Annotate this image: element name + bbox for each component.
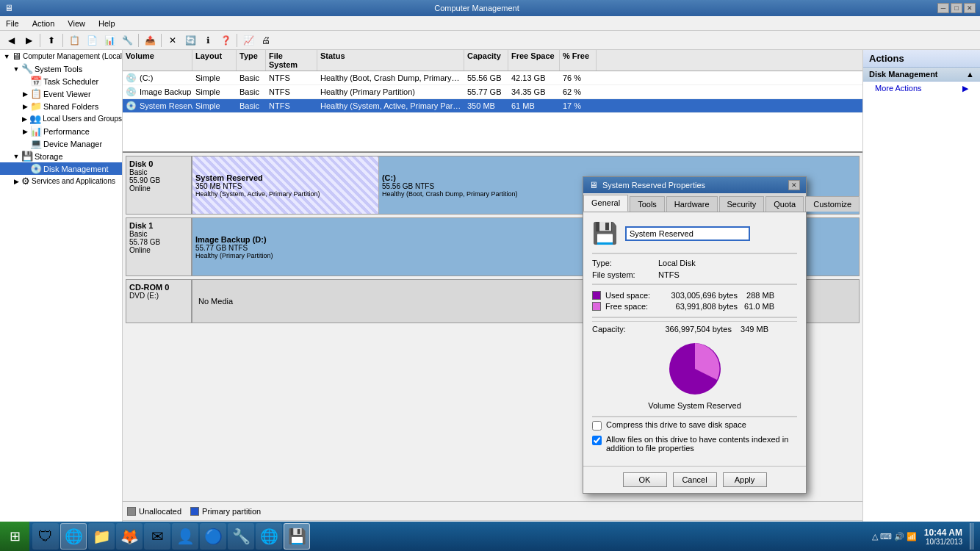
tree-users-expand[interactable]: ▶ <box>20 115 29 123</box>
tree-expand-sys-icon[interactable]: ▼ <box>12 65 21 73</box>
tree-local-users[interactable]: ▶ 👥 Local Users and Groups <box>0 112 122 125</box>
cell-cap-sr: 350 MB <box>464 100 508 112</box>
tree-system-tools[interactable]: ▼ 🔧 System Tools <box>0 62 122 75</box>
cell-pct-sr: 17 % <box>560 100 597 112</box>
taskbar-ie[interactable]: 🌐 <box>60 523 87 550</box>
actions-more-actions[interactable]: More Actions ▶ <box>863 82 980 96</box>
list-row-d[interactable]: 💿Image Backup (D:) Simple Basic NTFS Hea… <box>123 85 862 99</box>
menu-help[interactable]: Help <box>96 18 118 29</box>
toolbar-extra1[interactable]: 📈 <box>240 32 256 48</box>
tree-device-mgr[interactable]: 💻 Device Manager <box>0 137 122 150</box>
tab-tools[interactable]: Tools <box>630 196 665 212</box>
tree-performance[interactable]: ▶ 📊 Performance <box>0 125 122 137</box>
disk1-status: Online <box>129 246 188 254</box>
tab-hardware[interactable]: Hardware <box>666 196 718 212</box>
close-btn[interactable]: ✕ <box>964 3 976 13</box>
col-filesystem[interactable]: File System <box>266 50 317 71</box>
menu-view[interactable]: View <box>65 18 88 29</box>
taskbar-user[interactable]: 👤 <box>172 523 198 550</box>
actions-collapse-icon[interactable]: ▲ <box>966 70 974 79</box>
toolbar-refresh[interactable]: 🔄 <box>182 32 198 48</box>
tree-event-viewer[interactable]: ▶ 📋 Event Viewer <box>0 87 122 100</box>
index-checkbox[interactable] <box>592 436 602 445</box>
legend-unallocated-color <box>127 507 136 516</box>
tree-comp-mgmt[interactable]: ▼ 🖥 Computer Management (Local <box>0 50 122 62</box>
used-color-swatch <box>592 291 601 300</box>
taskbar-show-desktop[interactable] <box>970 523 974 550</box>
toolbar-btn2[interactable]: 📄 <box>84 32 100 48</box>
tab-security[interactable]: Security <box>719 196 765 212</box>
minimize-btn[interactable]: ─ <box>937 3 949 13</box>
toolbar-delete[interactable]: ✕ <box>165 32 181 48</box>
taskbar-mail[interactable]: ✉ <box>144 523 170 550</box>
tree-storage[interactable]: ▼ 💾 Storage <box>0 150 122 162</box>
col-capacity[interactable]: Capacity <box>464 50 508 71</box>
col-type[interactable]: Type <box>237 50 266 71</box>
type-value: Local Disk <box>658 259 696 267</box>
drive-icon: 💾 <box>592 221 618 245</box>
disk0-part-sysreserved[interactable]: System Reserved 350 MB NTFS Healthy (Sys… <box>192 156 379 214</box>
dialog-cancel-btn[interactable]: Cancel <box>673 472 717 487</box>
tree-perf-expand[interactable]: ▶ <box>21 127 29 136</box>
col-layout[interactable]: Layout <box>192 50 237 71</box>
list-row-sysreserved[interactable]: 💿System Reserved Simple Basic NTFS Healt… <box>123 99 862 113</box>
dialog-ok-btn[interactable]: OK <box>623 472 667 487</box>
tree-expand-icon[interactable]: ▼ <box>3 52 11 61</box>
legend-unallocated: Unallocated <box>127 507 181 516</box>
toolbar-btn4[interactable]: 🔧 <box>119 32 135 48</box>
tree-task-sched[interactable]: 📅 Task Scheduler <box>0 75 122 87</box>
tab-general[interactable]: General <box>583 195 628 212</box>
compress-checkbox[interactable] <box>592 421 602 431</box>
start-button[interactable]: ⊞ <box>0 522 29 551</box>
filesystem-row: File system: NTFS <box>592 270 797 279</box>
tree-storage-expand[interactable]: ▼ <box>12 152 21 161</box>
toolbar-props[interactable]: ℹ <box>200 32 216 48</box>
pie-chart-container: Volume System Reserved <box>592 339 797 410</box>
col-volume[interactable]: Volume <box>123 50 192 71</box>
free-color-swatch <box>592 302 601 311</box>
dialog-apply-btn[interactable]: Apply <box>723 472 767 487</box>
col-status[interactable]: Status <box>317 50 464 71</box>
tree-shared-expand[interactable]: ▶ <box>21 102 29 111</box>
taskbar-shield[interactable]: 🛡 <box>32 523 59 550</box>
toolbar-extra2[interactable]: 🖨 <box>258 32 274 48</box>
tab-customize[interactable]: Customize <box>805 196 860 212</box>
taskbar-clock[interactable]: 10:44 AM 10/31/2013 <box>924 527 962 546</box>
maximize-btn[interactable]: □ <box>951 3 962 13</box>
toolbar-export[interactable]: 📤 <box>142 32 158 48</box>
tree-disk-mgmt[interactable]: 💿 Disk Management <box>0 162 122 175</box>
tree-services-icon: ⚙ <box>21 176 30 187</box>
tree-services[interactable]: ▶ ⚙ Services and Applications <box>0 175 122 187</box>
taskbar-globe[interactable]: 🌐 <box>256 523 282 550</box>
taskbar-settings[interactable]: 🔧 <box>228 523 254 550</box>
taskbar-explorer[interactable]: 📁 <box>88 523 115 550</box>
tree-services-expand[interactable]: ▶ <box>12 177 21 186</box>
dialog-close-btn[interactable]: ✕ <box>788 180 800 190</box>
drive-name-input[interactable] <box>625 226 750 241</box>
toolbar-back[interactable]: ◀ <box>3 32 19 48</box>
tree-event-expand[interactable]: ▶ <box>21 90 29 98</box>
toolbar-show-hide[interactable]: 📋 <box>66 32 82 48</box>
menu-file[interactable]: File <box>3 18 22 29</box>
list-row-c[interactable]: 💿(C:) Simple Basic NTFS Healthy (Boot, C… <box>123 71 862 85</box>
taskbar: ⊞ 🛡 🌐 📁 🦊 ✉ 👤 🔵 🔧 🌐 💾 △ ⌨ 🔊 📶 10:44 AM 1… <box>0 522 980 551</box>
menu-action[interactable]: Action <box>29 18 58 29</box>
toolbar-forward[interactable]: ▶ <box>21 32 37 48</box>
cell-volume-sr: 💿System Reserved <box>123 99 192 112</box>
tree-perf-icon: 📊 <box>30 126 42 137</box>
toolbar-up[interactable]: ⬆ <box>43 32 60 48</box>
toolbar-help[interactable]: ❓ <box>217 32 234 48</box>
col-pctfree[interactable]: % Free <box>560 50 597 71</box>
title-icon: 🖥 <box>4 3 13 13</box>
tab-quota[interactable]: Quota <box>765 196 804 212</box>
toolbar-btn3[interactable]: 📊 <box>101 32 118 48</box>
used-label: Used space: <box>605 291 664 300</box>
col-freespace[interactable]: Free Space <box>508 50 560 71</box>
taskbar-time: 10:44 AM <box>924 527 962 538</box>
cell-free-d: 34.35 GB <box>508 86 560 98</box>
taskbar-blue[interactable]: 🔵 <box>200 523 226 550</box>
taskbar-firefox[interactable]: 🦊 <box>116 523 143 550</box>
taskbar-active-app[interactable]: 💾 <box>284 523 310 550</box>
cell-status-d: Healthy (Primary Partition) <box>317 86 464 98</box>
tree-shared-folders[interactable]: ▶ 📁 Shared Folders <box>0 100 122 112</box>
